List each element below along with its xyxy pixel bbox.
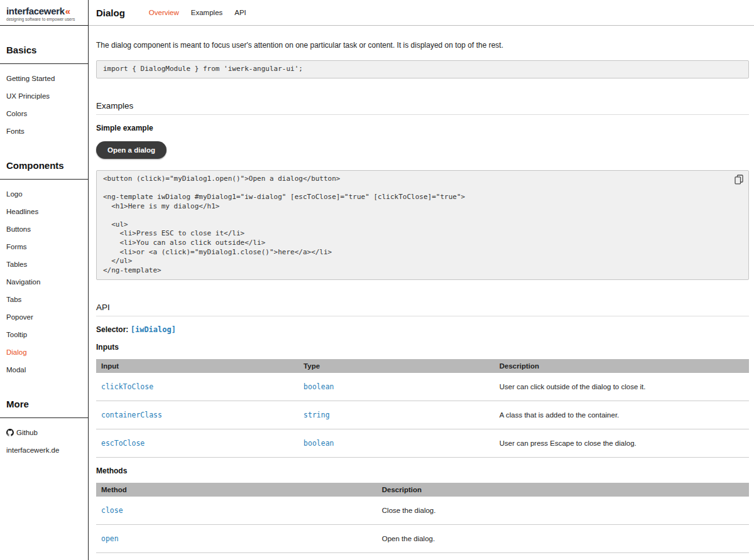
inputs-table-header-row: Input Type Description: [96, 359, 749, 373]
sidebar-item-tables[interactable]: Tables: [0, 256, 88, 273]
sidebar-item-buttons[interactable]: Buttons: [0, 220, 88, 238]
basics-list: Getting Started UX Principles Colors Fon…: [0, 64, 88, 141]
logo-tagline: designing software to empower users: [6, 17, 84, 21]
github-icon: [6, 429, 14, 436]
example-code-block: <button (click)="myDialog1.open()">Open …: [96, 170, 749, 280]
method-name: close: [96, 497, 377, 525]
selector-line: Selector: [iwDialog]: [96, 325, 749, 334]
methods-heading: Methods: [96, 466, 749, 475]
content: The dialog component is meant to focus u…: [89, 26, 754, 553]
table-row: clickToClose boolean User can click outs…: [96, 373, 749, 401]
page-title: Dialog: [96, 8, 125, 18]
section-title-more: More: [0, 399, 88, 418]
sidebar-item-dialog[interactable]: Dialog: [0, 343, 88, 361]
sidebar-item-fonts[interactable]: Fonts: [0, 122, 88, 140]
sidebar-item-tooltip[interactable]: Tooltip: [0, 326, 88, 343]
inputs-col-input: Input: [96, 359, 298, 373]
github-label: Github: [16, 429, 38, 436]
example-code-container: <button (click)="myDialog1.open()">Open …: [96, 170, 749, 280]
examples-section-heading: Examples: [96, 101, 749, 115]
sidebar-item-popover[interactable]: Popover: [0, 308, 88, 326]
page-header: Dialog Overview Examples API: [89, 0, 754, 26]
input-description: User can click outside of the dialog to …: [494, 373, 749, 401]
section-title-components: Components: [0, 160, 88, 180]
open-dialog-button[interactable]: Open a dialog: [96, 141, 167, 159]
method-description: Close the dialog.: [377, 497, 749, 525]
inputs-col-description: Description: [494, 359, 749, 373]
methods-table-header-row: Method Description: [96, 483, 749, 497]
sidebar-section-basics: Basics Getting Started UX Principles Col…: [0, 45, 88, 141]
component-description: The dialog component is meant to focus u…: [96, 41, 749, 50]
sidebar-item-navigation[interactable]: Navigation: [0, 273, 88, 291]
api-section-heading: API: [96, 303, 749, 316]
table-row: open Open the dialog.: [96, 524, 749, 552]
inputs-col-type: Type: [298, 359, 494, 373]
tab-examples[interactable]: Examples: [191, 9, 223, 16]
tab-overview[interactable]: Overview: [149, 9, 179, 16]
sidebar-item-logo[interactable]: Logo: [0, 185, 88, 203]
app: interfacewerk« designing software to emp…: [0, 0, 754, 560]
tab-api[interactable]: API: [234, 9, 246, 16]
sidebar-section-components: Components Logo Headlines Buttons Forms …: [0, 160, 88, 380]
table-row: escToClose boolean User can press Escape…: [96, 429, 749, 457]
selector-value: [iwDialog]: [131, 325, 176, 334]
import-code-block: import { DialogModule } from 'iwerk-angu…: [96, 60, 749, 78]
simple-example-heading: Simple example: [96, 124, 749, 132]
sidebar-item-getting-started[interactable]: Getting Started: [0, 70, 88, 87]
selector-label: Selector:: [96, 325, 128, 334]
sidebar-item-tabs[interactable]: Tabs: [0, 291, 88, 308]
section-title-basics: Basics: [0, 45, 88, 64]
inputs-table: Input Type Description clickToClose bool…: [96, 359, 749, 458]
copy-icon[interactable]: [735, 175, 743, 185]
methods-col-description: Description: [377, 483, 749, 497]
components-list: Logo Headlines Buttons Forms Tables Navi…: [0, 180, 88, 380]
sidebar-section-more: More Github interfacewerk.de: [0, 399, 88, 460]
sidebar: interfacewerk« designing software to emp…: [0, 0, 89, 560]
table-row: containerClass string A class that is ad…: [96, 401, 749, 429]
input-name: escToClose: [96, 429, 298, 457]
method-description: Open the dialog.: [377, 524, 749, 552]
logo-chevron-mark: «: [65, 6, 70, 16]
input-type: boolean: [298, 429, 494, 457]
inputs-heading: Inputs: [96, 343, 749, 352]
sidebar-item-headlines[interactable]: Headlines: [0, 203, 88, 220]
input-name: containerClass: [96, 401, 298, 429]
sidebar-item-interfacewerk-de[interactable]: interfacewerk.de: [0, 441, 88, 459]
input-name: clickToClose: [96, 373, 298, 401]
sidebar-item-github[interactable]: Github: [0, 424, 88, 441]
logo-text: interfacewerk«: [6, 6, 84, 16]
input-description: User can press Escape to close the dialo…: [494, 429, 749, 457]
methods-col-method: Method: [96, 483, 377, 497]
input-type: boolean: [298, 373, 494, 401]
logo[interactable]: interfacewerk« designing software to emp…: [0, 0, 88, 26]
more-list: Github interfacewerk.de: [0, 418, 88, 460]
sidebar-item-modal[interactable]: Modal: [0, 361, 88, 379]
sidebar-item-ux-principles[interactable]: UX Principles: [0, 87, 88, 105]
input-description: A class that is added to the container.: [494, 401, 749, 429]
method-name: open: [96, 524, 377, 552]
input-type: string: [298, 401, 494, 429]
main: Dialog Overview Examples API The dialog …: [89, 0, 754, 560]
table-row: close Close the dialog.: [96, 497, 749, 525]
sidebar-item-forms[interactable]: Forms: [0, 238, 88, 256]
sidebar-item-colors[interactable]: Colors: [0, 105, 88, 122]
methods-table: Method Description close Close the dialo…: [96, 483, 749, 553]
